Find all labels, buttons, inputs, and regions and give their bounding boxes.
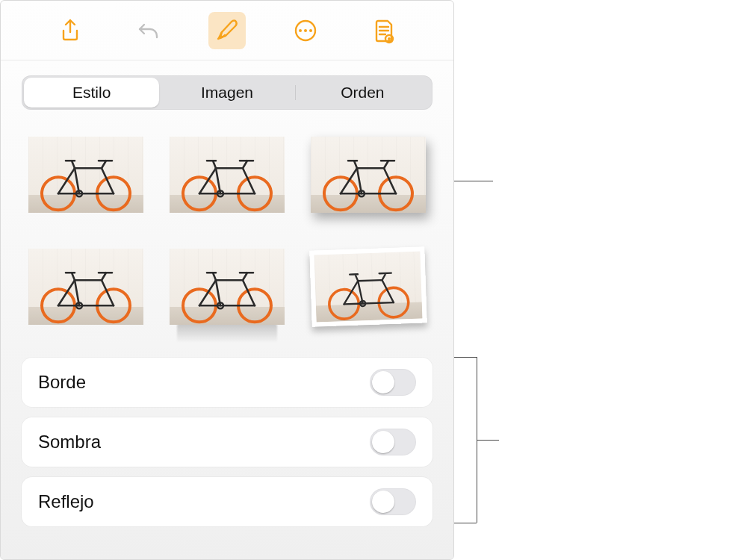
tab-order[interactable]: Orden bbox=[295, 78, 430, 108]
document-view-button[interactable] bbox=[365, 12, 403, 49]
callout-line-presets bbox=[454, 181, 493, 181]
format-tabs: Estilo Imagen Orden bbox=[22, 75, 432, 110]
share-button[interactable] bbox=[52, 12, 89, 49]
svg-point-1 bbox=[299, 29, 302, 32]
option-row-reflection: Reflejo bbox=[22, 477, 432, 526]
style-options: Borde Sombra Reflejo bbox=[22, 358, 432, 526]
more-button[interactable] bbox=[287, 12, 324, 49]
tab-image[interactable]: Imagen bbox=[159, 78, 294, 108]
option-row-shadow: Sombra bbox=[22, 417, 432, 467]
option-label: Borde bbox=[38, 372, 86, 393]
format-content: Estilo Imagen Orden Borde So bbox=[1, 60, 453, 559]
toggle-border[interactable] bbox=[370, 369, 416, 396]
tab-label: Imagen bbox=[201, 84, 253, 102]
undo-button[interactable] bbox=[130, 12, 167, 49]
style-preset-border[interactable] bbox=[170, 137, 285, 213]
svg-point-5 bbox=[388, 37, 391, 40]
style-preset-polaroid[interactable] bbox=[310, 246, 427, 326]
tab-label: Orden bbox=[341, 84, 384, 102]
toggle-shadow[interactable] bbox=[370, 429, 416, 455]
format-brush-button[interactable] bbox=[208, 12, 246, 49]
option-label: Reflejo bbox=[38, 491, 94, 512]
option-label: Sombra bbox=[38, 432, 101, 452]
style-presets bbox=[22, 137, 432, 332]
top-toolbar bbox=[1, 1, 453, 60]
option-row-border: Borde bbox=[22, 358, 432, 407]
format-panel: Estilo Imagen Orden Borde So bbox=[0, 0, 454, 560]
svg-point-3 bbox=[309, 29, 312, 32]
callout-guides bbox=[454, 0, 738, 560]
tab-label: Estilo bbox=[72, 84, 111, 102]
svg-point-2 bbox=[304, 29, 307, 32]
style-preset-plain[interactable] bbox=[28, 137, 143, 213]
style-preset-reflection[interactable] bbox=[170, 249, 285, 325]
style-preset-shadow[interactable] bbox=[311, 137, 426, 213]
toggle-reflection[interactable] bbox=[370, 488, 416, 515]
style-preset-thin-border[interactable] bbox=[28, 249, 143, 325]
tab-style[interactable]: Estilo bbox=[24, 78, 159, 108]
